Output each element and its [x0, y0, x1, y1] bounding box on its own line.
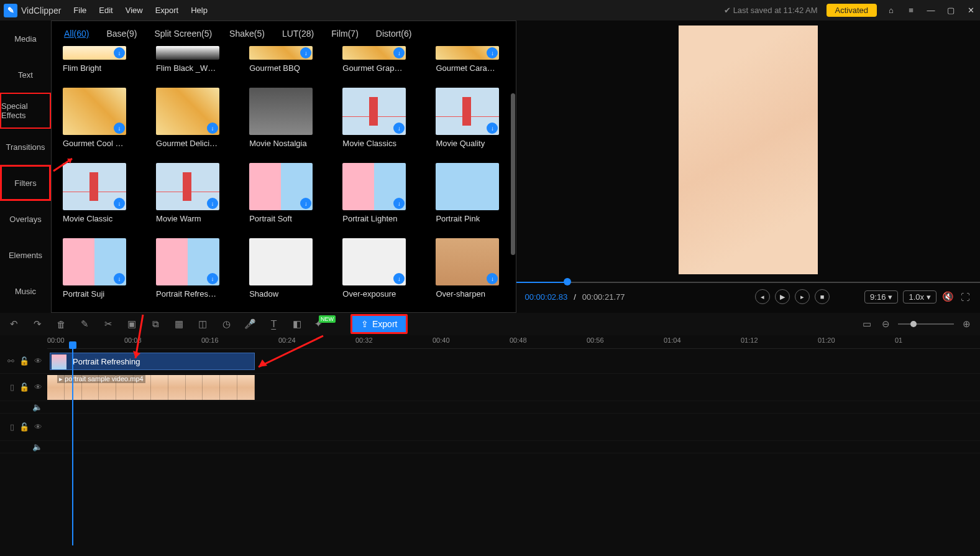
edit-icon[interactable]: ✎: [78, 318, 91, 330]
filter-tab[interactable]: Distort(6): [376, 29, 412, 39]
visibility-icon[interactable]: 👁: [34, 422, 42, 432]
scrollbar-thumb[interactable]: [511, 93, 515, 255]
download-icon[interactable]: ↓: [487, 123, 498, 134]
sidebar-item-special-effects[interactable]: Special Effects: [0, 93, 51, 129]
play-button[interactable]: ▶: [775, 289, 790, 304]
speed-selector[interactable]: 1.0x ▾: [903, 290, 936, 303]
filter-tab[interactable]: Shake(5): [229, 29, 265, 39]
voiceover-icon[interactable]: 🎤: [244, 318, 256, 330]
lock-icon[interactable]: 🔓: [19, 356, 29, 366]
download-icon[interactable]: ↓: [393, 47, 405, 58]
maximize-icon[interactable]: ▢: [945, 6, 956, 15]
fit-icon[interactable]: ▭: [861, 318, 873, 330]
timeline-ruler[interactable]: 00:0000:0800:1600:2400:3200:4000:4800:56…: [47, 335, 980, 349]
redo-icon[interactable]: ↷: [31, 318, 44, 330]
aspect-ratio-selector[interactable]: 9:16 ▾: [864, 290, 898, 303]
download-icon[interactable]: ↓: [114, 123, 125, 134]
filter-thumbnail[interactable]: ↓Portrait Suji: [63, 238, 131, 306]
download-icon[interactable]: ↓: [393, 273, 405, 284]
download-icon[interactable]: ↓: [114, 198, 125, 209]
prev-frame-button[interactable]: ◂: [755, 289, 770, 304]
sidebar-item-filters[interactable]: Filters: [0, 165, 51, 201]
filter-thumbnail[interactable]: ↓Gourmet Grapefr...: [342, 46, 411, 80]
sidebar-item-overlays[interactable]: Overlays: [0, 201, 51, 237]
library-scrollbar[interactable]: [510, 44, 516, 312]
sidebar-item-media[interactable]: Media: [0, 21, 51, 57]
filter-clip[interactable]: Portrait Refreshing: [50, 353, 255, 370]
filter-tab[interactable]: All(60): [64, 29, 89, 39]
sidebar-item-transitions[interactable]: Transitions: [0, 129, 51, 165]
hamburger-icon[interactable]: ≡: [905, 6, 917, 15]
download-icon[interactable]: ↓: [207, 198, 218, 209]
filter-tab[interactable]: Split Screen(5): [155, 29, 213, 39]
filter-thumbnail[interactable]: ↓Movie Classics: [342, 88, 411, 155]
filter-thumbnail[interactable]: ↓Portrait Lighten: [342, 163, 411, 231]
fullscreen-icon[interactable]: ⛶: [959, 292, 971, 302]
filter-thumbnail[interactable]: Shadow: [249, 238, 318, 306]
filter-thumbnail[interactable]: Flim Black _White: [156, 46, 224, 80]
download-icon[interactable]: ↓: [207, 123, 218, 134]
filter-tab[interactable]: Film(7): [331, 29, 359, 39]
zoom-slider[interactable]: [898, 323, 954, 325]
filter-thumbnail[interactable]: ↓Gourmet Caramel: [436, 46, 504, 80]
mute-icon[interactable]: 🔇: [941, 291, 954, 302]
delete-icon[interactable]: 🗑: [55, 319, 67, 330]
menu-export[interactable]: Export: [155, 6, 179, 15]
filter-thumbnail[interactable]: ↓Over-exposure: [342, 238, 411, 306]
split-icon[interactable]: ✂: [102, 318, 114, 330]
download-icon[interactable]: ↓: [207, 273, 218, 284]
download-icon[interactable]: ↓: [114, 47, 125, 58]
filter-thumbnail[interactable]: ↓Portrait Soft: [249, 163, 318, 231]
minimize-icon[interactable]: —: [925, 6, 936, 15]
sidebar-item-music[interactable]: Music: [0, 273, 51, 309]
playhead[interactable]: [72, 346, 73, 545]
copy-icon[interactable]: ⧉: [149, 318, 162, 330]
filter-thumbnail[interactable]: ↓Over-sharpen: [436, 238, 504, 306]
mosaic-icon[interactable]: ▦: [173, 318, 185, 330]
menu-edit[interactable]: Edit: [99, 6, 112, 15]
download-icon[interactable]: ↓: [393, 198, 405, 209]
download-icon[interactable]: ↓: [393, 123, 405, 134]
track-type-icon[interactable]: ▯: [10, 382, 14, 392]
download-icon[interactable]: ↓: [114, 273, 125, 284]
next-frame-button[interactable]: ▸: [795, 289, 810, 304]
visibility-icon[interactable]: 👁: [34, 382, 42, 392]
undo-icon[interactable]: ↶: [7, 318, 20, 330]
mute-track-icon[interactable]: 🔈: [32, 442, 42, 452]
stats-icon[interactable]: ◫: [196, 318, 209, 330]
filter-thumbnail[interactable]: ↓Gourmet Cool an...: [63, 88, 131, 155]
filter-thumbnail[interactable]: Portrait Pink: [436, 163, 504, 231]
sidebar-item-elements[interactable]: Elements: [0, 237, 51, 273]
mute-track-icon[interactable]: 🔈: [32, 402, 42, 412]
lock-icon[interactable]: 🔓: [19, 382, 29, 392]
download-icon[interactable]: ↓: [300, 198, 311, 209]
filter-thumbnail[interactable]: ↓Gourmet Delicious: [156, 88, 224, 155]
download-icon[interactable]: ↓: [487, 273, 498, 284]
visibility-icon[interactable]: 👁: [34, 356, 42, 366]
color-tool-icon[interactable]: ◧: [291, 318, 303, 330]
home-icon[interactable]: ⌂: [886, 6, 897, 15]
track-type-icon[interactable]: ▯: [10, 422, 14, 432]
sidebar-item-text[interactable]: Text: [0, 57, 51, 93]
download-icon[interactable]: ↓: [300, 47, 311, 58]
export-button[interactable]: ⇪ Export: [350, 314, 408, 334]
zoom-in-icon[interactable]: ⊕: [960, 318, 973, 330]
menu-file[interactable]: File: [73, 6, 86, 15]
filter-thumbnail[interactable]: ↓Flim Bright: [63, 46, 131, 80]
filter-thumbnail[interactable]: ↓Movie Warm: [156, 163, 224, 231]
download-icon[interactable]: ↓: [487, 47, 498, 58]
filter-thumbnail[interactable]: ↓Portrait Refreshing: [156, 238, 224, 306]
stop-button[interactable]: ■: [815, 289, 830, 304]
menu-help[interactable]: Help: [191, 6, 208, 15]
menu-view[interactable]: View: [126, 6, 143, 15]
preview-seek-bar[interactable]: [516, 280, 981, 284]
zoom-out-icon[interactable]: ⊖: [879, 318, 892, 330]
lock-icon[interactable]: 🔓: [19, 422, 29, 432]
text-tool-icon[interactable]: T̲: [267, 318, 280, 330]
filter-tab[interactable]: Base(9): [106, 29, 137, 39]
link-icon[interactable]: ⚯: [7, 356, 14, 366]
duration-icon[interactable]: ◷: [220, 318, 232, 330]
close-icon[interactable]: ✕: [965, 6, 976, 15]
filter-thumbnail[interactable]: ↓Movie Quality: [436, 88, 504, 155]
filter-thumbnail[interactable]: Movie Nostalgia: [249, 88, 318, 155]
